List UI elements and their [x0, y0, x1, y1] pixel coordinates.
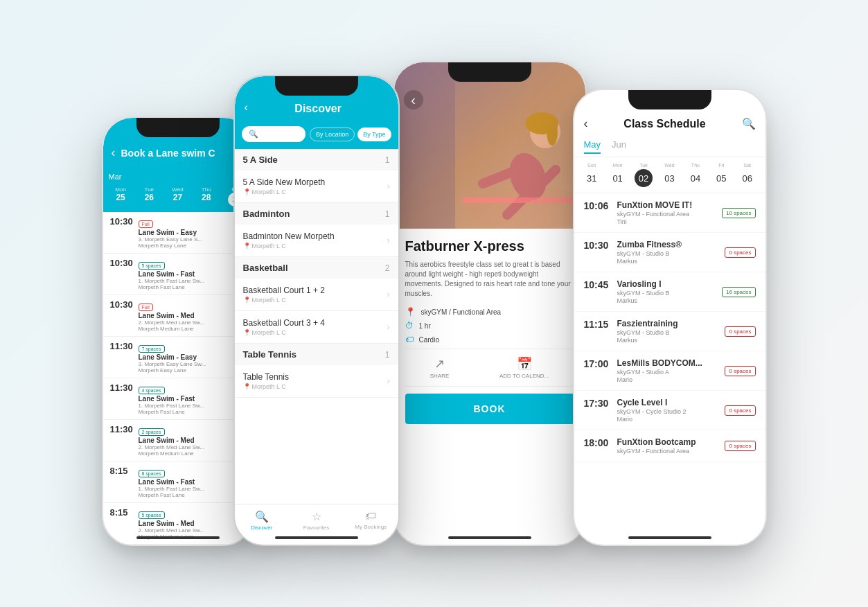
svg-point-5 — [547, 118, 558, 146]
item-info: 8 spaces Lane Swim - Fast 1. Morpeth Fas… — [139, 466, 246, 498]
class-item[interactable]: 17:00 LesMills BODYCOM... skyGYM - Studi… — [574, 351, 765, 391]
day-column[interactable]: Fri05 — [709, 163, 734, 187]
list-item[interactable]: Basketball Court 1 + 2 📍Morpeth L C › — [235, 279, 398, 311]
bookings-icon: 🏷 — [365, 510, 376, 522]
class-time: 11:15 — [584, 319, 610, 330]
share-label: SHARE — [430, 373, 450, 379]
day-number: 06 — [738, 169, 756, 187]
day-name: Mon — [605, 163, 630, 168]
search-icon: 🔍 — [249, 130, 258, 139]
nav-discover[interactable]: 🔍 Discover — [235, 510, 290, 531]
phone-notch — [448, 62, 531, 82]
class-instructor: Mario — [617, 416, 718, 423]
class-item[interactable]: 10:06 FunXtion MOVE IT! skyGYM - Functio… — [574, 193, 765, 233]
chevron-right-icon: › — [387, 376, 390, 386]
list-item[interactable]: 10:30 5 spaces Lane Swim - Fast 1. Morpe… — [103, 254, 253, 295]
day-number: 31 — [583, 169, 601, 187]
nav-bookings-label: My Bookings — [355, 524, 387, 530]
day-column[interactable]: Tue26 — [136, 186, 163, 206]
search-box[interactable]: 🔍 — [242, 126, 306, 142]
book-button[interactable]: BOOK — [405, 394, 574, 424]
p1-month-bar: Mar — [103, 167, 253, 185]
section-count: 1 — [385, 350, 390, 360]
day-column[interactable]: Sun31 — [580, 163, 604, 187]
class-location: skyGYM - Functional Area — [617, 448, 718, 455]
discover-icon: 🔍 — [255, 510, 269, 523]
class-item[interactable]: 11:15 Faszientraining skyGYM - Studio B … — [574, 312, 765, 351]
class-info: LesMills BODYCOM... skyGYM - Studio A Ma… — [617, 358, 718, 383]
search-icon[interactable]: 🔍 — [742, 117, 756, 130]
day-column[interactable]: Thu28 — [193, 186, 220, 206]
item-time: 10:30 — [110, 216, 134, 227]
item-sub2: Morpeth Fast Lane — [139, 409, 246, 415]
section-header: 5 A Side1 — [235, 149, 398, 170]
item-sub1: 1. Morpeth Fast Lane Sw... — [139, 403, 246, 409]
spaces-badge: 5 spaces — [139, 511, 165, 519]
list-item[interactable]: Table Tennis 📍Morpeth L C › — [235, 365, 398, 398]
back-icon[interactable]: ‹ — [112, 146, 116, 160]
class-name: LesMills BODYCOM... — [617, 358, 718, 368]
item-time: 11:30 — [110, 382, 134, 393]
day-number: 01 — [609, 169, 627, 187]
item-info: Full Lane Swim - Med 2. Morpeth Med Lane… — [139, 299, 246, 332]
list-item[interactable]: Badminton New Morpeth 📍Morpeth L C › — [235, 225, 398, 257]
p4-days-row: Sun31Mon01Tue02Wed03Thu04Fri05Sat06 — [574, 157, 765, 193]
share-action[interactable]: ↗ SHARE — [430, 356, 450, 379]
day-column[interactable]: Wed03 — [657, 163, 682, 187]
section-count: 1 — [385, 209, 390, 219]
month-tab[interactable]: May — [584, 139, 601, 154]
item-sub1: 3. Morpeth Easy Lane Sw... — [139, 361, 246, 367]
month-tab[interactable]: Jun — [612, 139, 626, 154]
class-item[interactable]: 18:00 FunXtion Bootcamp skyGYM - Functio… — [574, 430, 765, 462]
list-item[interactable]: 8:15 8 spaces Lane Swim - Fast 1. Morpet… — [103, 461, 253, 503]
item-time: 11:30 — [110, 341, 134, 351]
nav-favourites[interactable]: ☆ Favourites — [289, 510, 344, 531]
list-item[interactable]: 5 A Side New Morpeth 📍Morpeth L C › — [235, 170, 398, 203]
list-item[interactable]: 11:30 4 spaces Lane Swim - Fast 1. Morpe… — [103, 378, 253, 420]
item-location: 📍Morpeth L C — [243, 329, 325, 336]
home-indicator — [448, 536, 531, 539]
add-cal-action[interactable]: 📅 ADD TO CALEND... — [499, 356, 549, 379]
class-location: skyGYM - Studio B — [617, 290, 716, 297]
class-item[interactable]: 10:45 Variosling I skyGYM - Studio B Mar… — [574, 272, 765, 312]
class-time: 10:06 — [584, 200, 610, 211]
phone-notch — [275, 76, 358, 96]
calendar-icon: 📅 — [499, 356, 549, 371]
svg-rect-10 — [394, 62, 455, 229]
class-image: ‹ — [394, 62, 585, 229]
section-count: 2 — [385, 263, 390, 273]
day-column[interactable]: Sat06 — [735, 163, 759, 187]
item-name: Lane Swim - Med — [139, 437, 246, 444]
day-column[interactable]: Tue02 — [631, 163, 655, 187]
home-indicator — [136, 536, 220, 539]
spaces-badge: 4 spaces — [139, 387, 165, 394]
day-column[interactable]: Mon01 — [605, 163, 630, 187]
list-item[interactable]: 10:30 Full Lane Swim - Med 2. Morpeth Me… — [103, 295, 253, 337]
location-detail: 📍 skyGYM / Functional Area — [405, 307, 574, 317]
by-type-button[interactable]: By Type — [357, 127, 391, 141]
p3-content: Fatburner X-press This aerobics freestyl… — [394, 229, 585, 545]
by-location-button[interactable]: By Location — [310, 127, 355, 141]
class-name: FunXtion MOVE IT! — [617, 200, 716, 210]
day-column[interactable]: Wed27 — [164, 186, 191, 206]
list-item[interactable]: 10:30 Full Lane Swim - Easy 3. Morpeth E… — [103, 212, 253, 254]
filter-buttons: By Location By Type — [310, 127, 391, 141]
list-item[interactable]: 11:30 7 spaces Lane Swim - Easy 3. Morpe… — [103, 337, 253, 378]
day-column[interactable]: Thu04 — [683, 163, 707, 187]
duration-text: 1 hr — [419, 322, 431, 330]
day-column[interactable]: Mon25 — [107, 186, 134, 206]
class-item[interactable]: 10:30 Zumba Fitness® skyGYM - Studio B M… — [574, 233, 765, 272]
phone-screen: ‹ Book a Lane swim C Mar Mon25Tue26Wed27… — [103, 118, 253, 545]
item-sub2: Morpeth Medium Lane — [139, 450, 246, 457]
phone-screen: ‹ Class Schedule 🔍 MayJun Sun31Mon01Tue0… — [574, 90, 765, 545]
list-item[interactable]: Basketball Court 3 + 4 📍Morpeth L C › — [235, 311, 398, 344]
item-name: Basketball Court 1 + 2 — [243, 285, 325, 295]
item-sub2: Morpeth Medium Lane — [139, 326, 246, 332]
back-button[interactable]: ‹ — [404, 90, 423, 109]
section-title: Badminton — [243, 209, 290, 219]
phone-notch — [136, 118, 220, 137]
class-item[interactable]: 17:30 Cycle Level I skyGYM - Cycle Studi… — [574, 391, 765, 430]
nav-bookings[interactable]: 🏷 My Bookings — [344, 510, 398, 531]
list-item[interactable]: 11:30 2 spaces Lane Swim - Med 2. Morpet… — [103, 420, 253, 461]
back-icon[interactable]: ‹ — [245, 101, 248, 114]
